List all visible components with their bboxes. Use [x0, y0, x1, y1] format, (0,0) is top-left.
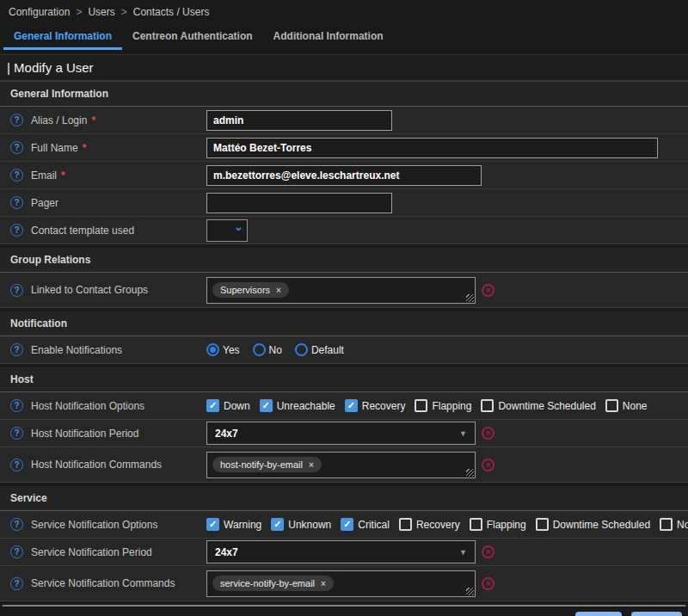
linked-contact-groups-multiselect[interactable]: Supervisors × [206, 277, 476, 304]
tab-general-information[interactable]: General Information [3, 24, 122, 50]
save-button[interactable]: Save [575, 612, 622, 616]
help-icon[interactable]: ? [10, 224, 23, 237]
row-enable-notifications: ? Enable Notifications Yes No Default [0, 336, 688, 364]
breadcrumb-contacts-users[interactable]: Contacts / Users [133, 6, 210, 18]
resize-grip[interactable] [466, 588, 474, 595]
help-icon[interactable]: ? [10, 399, 23, 412]
breadcrumb: Configuration > Users > Contacts / Users [0, 0, 688, 22]
help-icon[interactable]: ? [10, 196, 23, 209]
linked-contact-groups-label: Linked to Contact Groups [31, 284, 148, 296]
chip-remove-icon[interactable]: × [309, 460, 314, 470]
chevron-down-icon: ⌄ [234, 225, 243, 231]
service-period-select[interactable]: 24x7 ▼ [206, 540, 476, 564]
reset-button[interactable]: Reset [631, 612, 682, 616]
checkbox-icon [206, 518, 219, 531]
help-icon[interactable]: ? [10, 141, 23, 154]
host-options-checkbox-group: Down Unreachable Recovery Flapping Downt… [206, 399, 648, 412]
alias-login-label: Alias / Login [31, 114, 87, 126]
checkbox-flapping[interactable]: Flapping [415, 399, 471, 412]
help-icon[interactable]: ? [10, 427, 23, 440]
resize-grip[interactable] [466, 294, 474, 302]
checkbox-none[interactable]: None [605, 399, 648, 412]
breadcrumb-configuration[interactable]: Configuration [9, 6, 70, 18]
service-commands-multiselect[interactable]: service-notify-by-email × [206, 570, 476, 597]
checkbox-critical[interactable]: Critical [341, 518, 390, 531]
chip-remove-icon[interactable]: × [276, 286, 281, 295]
checkbox-icon [536, 518, 549, 531]
help-icon[interactable]: ? [10, 518, 23, 531]
service-period-value: 24x7 [215, 546, 238, 558]
host-commands-multiselect[interactable]: host-notify-by-email × [206, 452, 476, 478]
help-icon[interactable]: ? [10, 545, 23, 558]
radio-no[interactable]: No [253, 343, 282, 356]
clear-icon[interactable]: ✕ [482, 577, 494, 590]
clear-icon[interactable]: ✕ [482, 284, 494, 297]
checkbox-unknown[interactable]: Unknown [271, 518, 331, 531]
section-general-information: General Information ? Alias / Login * ? … [0, 82, 688, 244]
section-header-notification: Notification [0, 311, 688, 336]
checkbox-none[interactable]: None [660, 518, 688, 531]
checkbox-label: Recovery [416, 519, 460, 531]
email-input[interactable] [206, 165, 482, 186]
help-icon[interactable]: ? [10, 459, 23, 471]
help-icon[interactable]: ? [10, 577, 23, 590]
row-linked-contact-groups: ? Linked to Contact Groups Supervisors ×… [0, 273, 688, 308]
clear-icon[interactable]: ✕ [482, 545, 494, 558]
radio-label: Yes [223, 344, 240, 356]
radio-default[interactable]: Default [295, 343, 344, 356]
help-icon[interactable]: ? [10, 114, 23, 126]
breadcrumb-users[interactable]: Users [88, 6, 114, 18]
enable-notifications-label: Enable Notifications [31, 344, 122, 356]
section-notification: Notification ? Enable Notifications Yes … [0, 311, 688, 364]
contact-template-select[interactable]: ⌄ [206, 219, 248, 242]
form-footer: Save Reset [3, 605, 685, 616]
row-service-notification-period: ? Service Notification Period 24x7 ▼ ✕ [0, 539, 688, 566]
checkbox-label: Warning [224, 519, 261, 531]
row-email: ? Email * [0, 162, 688, 189]
radio-icon [295, 343, 308, 356]
enable-notifications-radio-group: Yes No Default [206, 343, 344, 356]
checkbox-unreachable[interactable]: Unreachable [260, 399, 335, 412]
breadcrumb-separator: > [76, 6, 82, 18]
checkbox-downtime-scheduled[interactable]: Downtime Scheduled [481, 399, 595, 412]
full-name-input[interactable] [206, 138, 658, 158]
breadcrumb-separator: > [121, 6, 127, 18]
help-icon[interactable]: ? [10, 343, 23, 356]
section-group-relations: Group Relations ? Linked to Contact Grou… [0, 248, 688, 308]
help-icon[interactable]: ? [10, 169, 23, 182]
checkbox-recovery[interactable]: Recovery [345, 399, 406, 412]
checkbox-label: Downtime Scheduled [498, 400, 595, 412]
checkbox-label: None [623, 400, 648, 412]
checkbox-icon [481, 399, 494, 412]
checkbox-warning[interactable]: Warning [206, 518, 261, 531]
clear-icon[interactable]: ✕ [482, 459, 494, 471]
section-header-general: General Information [0, 82, 688, 107]
chip-service-notify-by-email: service-notify-by-email × [212, 576, 334, 591]
tab-additional-information[interactable]: Additional Information [263, 24, 394, 50]
help-icon[interactable]: ? [10, 284, 23, 297]
pager-input[interactable] [206, 193, 392, 213]
checkbox-down[interactable]: Down [206, 399, 250, 412]
checkbox-label: Unreachable [277, 400, 335, 412]
resize-grip[interactable] [466, 469, 474, 477]
radio-yes[interactable]: Yes [206, 343, 240, 356]
section-header-host: Host [0, 367, 688, 392]
row-service-notification-options: ? Service Notification Options Warning U… [0, 511, 688, 539]
chip-remove-icon[interactable]: × [321, 579, 326, 588]
tab-centreon-authentication[interactable]: Centreon Authentication [122, 24, 263, 50]
checkbox-flapping[interactable]: Flapping [470, 518, 526, 531]
row-pager: ? Pager [0, 189, 688, 217]
host-period-value: 24x7 [215, 428, 238, 440]
pager-label: Pager [31, 197, 58, 209]
alias-login-input[interactable] [206, 110, 392, 131]
clear-icon[interactable]: ✕ [482, 427, 494, 440]
checkbox-icon [206, 399, 219, 412]
checkbox-downtime-scheduled[interactable]: Downtime Scheduled [536, 518, 650, 531]
full-name-label: Full Name [31, 142, 78, 154]
service-period-label: Service Notification Period [31, 546, 152, 558]
email-label: Email [31, 169, 57, 182]
checkbox-icon [260, 399, 273, 412]
host-period-select[interactable]: 24x7 ▼ [206, 422, 476, 445]
checkbox-recovery[interactable]: Recovery [399, 518, 460, 531]
checkbox-icon [470, 518, 482, 531]
